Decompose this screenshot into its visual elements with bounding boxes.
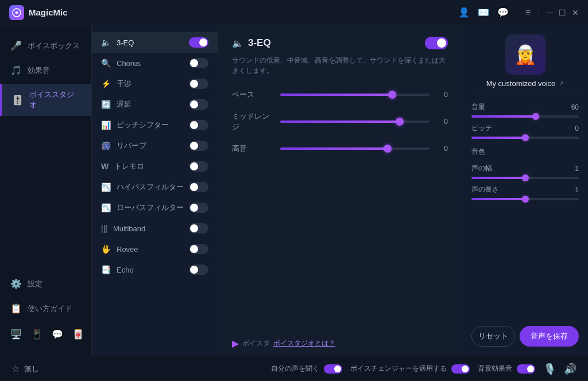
menu-icon[interactable]: ≡: [525, 7, 531, 18]
voice-length-track[interactable]: [471, 198, 579, 200]
voice-length-row: 声の長さ 1: [471, 185, 579, 200]
voice-width-track[interactable]: [471, 177, 579, 179]
sidebar-item-effects[interactable]: 🎵 効果音: [0, 59, 91, 81]
sidebar-item-voice-box[interactable]: 🎤 ボイスボックス: [0, 34, 91, 57]
multiband-icon: |||: [101, 224, 107, 233]
midrange-thumb[interactable]: [396, 118, 404, 126]
effect-item-pitch[interactable]: 📊 ピッチシフター: [92, 115, 218, 135]
studio-icon: 🎚️: [12, 95, 24, 106]
sidebar-item-guide[interactable]: 📋 使い方ガイド: [0, 297, 91, 320]
effect-item-multiband[interactable]: ||| Multiband: [92, 218, 218, 239]
effect-item-rovee[interactable]: 🖐️ Rovee: [92, 239, 218, 259]
rovee-toggle[interactable]: [189, 244, 208, 254]
discord-icon[interactable]: 💬: [497, 7, 509, 18]
bass-track[interactable]: [280, 94, 430, 96]
reverb-icon: 🎆: [101, 141, 111, 150]
volume-thumb[interactable]: [532, 113, 539, 120]
effect-item-echo[interactable]: 📑 Echo: [92, 259, 218, 280]
3eq-icon: 🔈: [101, 38, 111, 47]
effect-label-delay: 遅延: [117, 99, 131, 110]
main-layout: 🎤 ボイスボックス 🎵 効果音 🎚️ ボイススタジオ ⚙️ 設定 📋 使い方ガイ…: [0, 25, 588, 356]
chat-icon[interactable]: 💬: [52, 329, 63, 340]
delay-icon: 🔄: [101, 100, 111, 109]
voice-length-thumb[interactable]: [522, 196, 529, 203]
sidebar-label-voice-studio: ボイススタジオ: [29, 90, 81, 110]
sidebar-item-settings[interactable]: ⚙️ 設定: [0, 273, 91, 295]
voice-avatar: 🧝: [505, 34, 546, 75]
minimize-button[interactable]: ─: [547, 8, 553, 17]
voice-width-thumb[interactable]: [522, 174, 529, 181]
reverb-toggle[interactable]: [189, 141, 208, 151]
effect-item-lowpass[interactable]: 📉 ローパスフィルター: [92, 197, 218, 218]
voice-changer-toggle[interactable]: [451, 364, 470, 374]
effect-item-chorus[interactable]: 🔍 Chorus: [92, 53, 218, 73]
voice-width-row: 声の幅 1: [471, 164, 579, 179]
treble-thumb[interactable]: [384, 145, 392, 153]
effect-label-multiband: Multiband: [113, 224, 145, 233]
effect-item-reverb[interactable]: 🎆 リバーブ: [92, 135, 218, 156]
multiband-toggle[interactable]: [189, 223, 208, 234]
3eq-toggle[interactable]: [189, 37, 208, 48]
volume-section: 音量 60 ピッチ 0: [471, 102, 579, 139]
midrange-track[interactable]: [280, 120, 430, 123]
voice-preview: 🧝 My customized voice ↗: [471, 34, 579, 94]
treble-track[interactable]: [280, 147, 430, 150]
mahjong-icon[interactable]: 🀄: [72, 329, 84, 340]
voice-length-value: 1: [575, 186, 579, 194]
tremolo-toggle[interactable]: [189, 161, 208, 172]
bass-slider-row: ベース 0: [232, 90, 448, 100]
sidebar-label-guide: 使い方ガイド: [28, 304, 72, 314]
self-listen-toggle[interactable]: [324, 364, 342, 374]
screen-icon[interactable]: 🖥️: [10, 329, 22, 340]
bottom-right: 自分の声を聞く ボイスチェンジャーを適用する 背景効果音 🎙️ 🔊: [271, 363, 577, 375]
sidebar-label-voice-box: ボイスボックス: [28, 41, 80, 51]
bottom-bar: ☆ 無し 自分の声を聞く ボイスチェンジャーを適用する 背景効果音 🎙️ 🔊: [0, 356, 588, 381]
delay-toggle[interactable]: [189, 99, 208, 110]
effect-item-3eq[interactable]: 🔈 3-EQ: [92, 32, 218, 53]
maximize-button[interactable]: ☐: [559, 8, 566, 17]
pitch-track[interactable]: [471, 137, 579, 139]
eq-title: 3-EQ: [248, 37, 271, 49]
avatar-emoji: 🧝: [514, 44, 537, 65]
pitch-toggle[interactable]: [189, 120, 208, 130]
bg-sound-toggle[interactable]: [517, 364, 535, 374]
volume-output-icon[interactable]: 🔊: [564, 363, 577, 375]
save-voice-button[interactable]: 音声を保存: [520, 326, 579, 347]
voice-studio-anchor[interactable]: ボイスタジオとは？: [273, 339, 335, 348]
reset-button[interactable]: リセット: [471, 326, 515, 347]
lowpass-toggle[interactable]: [189, 203, 208, 213]
bass-thumb[interactable]: [388, 91, 396, 99]
right-panel: 🧝 My customized voice ↗ 音量 60 ピッチ: [462, 25, 588, 356]
mobile-icon[interactable]: 📱: [31, 329, 42, 340]
voice-width-label: 声の幅: [471, 164, 492, 173]
interference-toggle[interactable]: [189, 79, 208, 89]
mail-icon[interactable]: ✉️: [478, 7, 489, 18]
sidebar-item-voice-studio[interactable]: 🎚️ ボイススタジオ: [0, 84, 91, 116]
effect-label-lowpass: ローパスフィルター: [117, 203, 184, 213]
midrange-fill: [280, 120, 400, 123]
volume-track[interactable]: [471, 115, 579, 118]
effect-item-delay[interactable]: 🔄 遅延: [92, 94, 218, 115]
highpass-toggle[interactable]: [189, 182, 208, 192]
pitch-row: ピッチ 0: [471, 123, 579, 139]
lowpass-icon: 📉: [101, 203, 111, 212]
voice-studio-link[interactable]: ▶ ボイスタ ボイスタジオとは？: [218, 331, 462, 356]
voice-width-fill: [471, 177, 525, 179]
treble-fill: [280, 147, 388, 150]
pitch-thumb[interactable]: [522, 134, 529, 141]
titlebar: MagicMic 👤 ✉️ 💬 ≡ ─ ☐ ✕: [0, 0, 588, 25]
microphone-input-icon[interactable]: 🎙️: [543, 363, 556, 375]
eq-main-toggle[interactable]: [425, 37, 448, 49]
effect-item-interference[interactable]: ⚡ 干渉: [92, 73, 218, 94]
eq-description: サウンドの低音、中音域、高音を調整して、サウンドを深くまたは大きくします。: [232, 55, 448, 76]
app-title: MagicMic: [29, 7, 68, 17]
external-link-icon[interactable]: ↗: [559, 80, 564, 87]
titlebar-right: 👤 ✉️ 💬 ≡ ─ ☐ ✕: [458, 7, 579, 18]
close-button[interactable]: ✕: [572, 8, 579, 17]
chorus-toggle[interactable]: [189, 58, 208, 68]
echo-toggle[interactable]: [189, 265, 208, 275]
profile-icon[interactable]: 👤: [458, 7, 470, 18]
sidebar-bottom: ⚙️ 設定 📋 使い方ガイド 🖥️ 📱 💬 🀄: [0, 273, 91, 347]
effect-item-highpass[interactable]: 📉 ハイパスフィルター: [92, 177, 218, 197]
effect-item-tremolo[interactable]: W トレモロ: [92, 156, 218, 177]
